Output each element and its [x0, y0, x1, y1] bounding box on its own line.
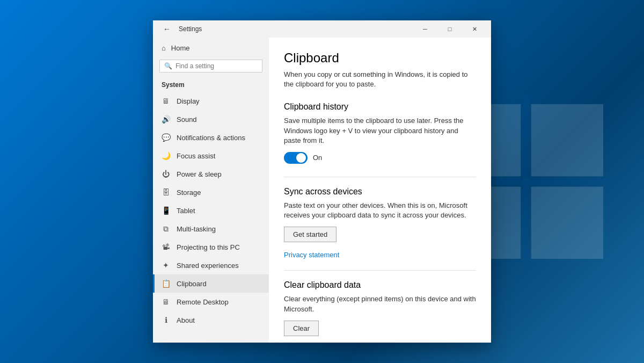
sound-icon: 🔊	[162, 115, 170, 124]
sidebar-item-sound[interactable]: 🔊 Sound	[153, 110, 269, 128]
clear-button[interactable]: Clear	[284, 321, 319, 336]
sidebar-item-about[interactable]: ℹ About	[153, 311, 269, 329]
minimize-button[interactable]: ─	[413, 20, 437, 38]
focus-icon: 🌙	[162, 151, 170, 160]
sidebar-multitasking-label: Multi-tasking	[177, 225, 216, 233]
home-icon: ⌂	[162, 44, 166, 52]
window-controls: ─ □ ✕	[413, 20, 487, 38]
title-bar-left: ← Settings	[159, 21, 202, 37]
search-input[interactable]	[175, 62, 258, 70]
notifications-icon: 💬	[162, 133, 170, 142]
close-button[interactable]: ✕	[462, 20, 487, 38]
sidebar-item-multitasking[interactable]: ⧉ Multi-tasking	[153, 220, 269, 238]
sidebar-item-power[interactable]: ⏻ Power & sleep	[153, 165, 269, 183]
clear-data-title: Clear clipboard data	[284, 280, 476, 290]
sidebar-shared-label: Shared experiences	[177, 262, 239, 270]
sync-devices-desc: Paste text on your other devices. When t…	[284, 201, 476, 220]
sidebar-item-focus[interactable]: 🌙 Focus assist	[153, 147, 269, 165]
clipboard-history-title: Clipboard history	[284, 102, 476, 112]
sidebar-about-label: About	[177, 316, 195, 324]
window-body: ⌂ Home 🔍 System 🖥 Display 🔊 Sound 💬 Noti…	[153, 38, 491, 343]
sidebar-storage-label: Storage	[177, 188, 201, 197]
page-description: When you copy or cut something in Window…	[284, 70, 476, 89]
sidebar-projecting-label: Projecting to this PC	[177, 243, 240, 251]
sidebar-sound-label: Sound	[177, 115, 197, 124]
sidebar-display-label: Display	[177, 97, 200, 105]
sidebar-item-shared[interactable]: ✦ Shared experiences	[153, 256, 269, 274]
svg-rect-3	[531, 187, 603, 259]
sidebar-item-remote[interactable]: 🖥 Remote Desktop	[153, 293, 269, 311]
sidebar-item-projecting[interactable]: 📽 Projecting to this PC	[153, 238, 269, 256]
svg-rect-1	[531, 104, 603, 176]
settings-window: ← Settings ─ □ ✕ ⌂ Home 🔍 System 🖥 Displ…	[153, 20, 491, 343]
clipboard-history-toggle[interactable]	[284, 152, 308, 164]
sidebar-home-item[interactable]: ⌂ Home	[153, 40, 269, 56]
sidebar-item-tablet[interactable]: 📱 Tablet	[153, 201, 269, 220]
sidebar-item-display[interactable]: 🖥 Display	[153, 92, 269, 110]
sidebar-item-storage[interactable]: 🗄 Storage	[153, 183, 269, 201]
storage-icon: 🗄	[162, 188, 170, 197]
sidebar-clipboard-label: Clipboard	[177, 280, 207, 288]
sidebar: ⌂ Home 🔍 System 🖥 Display 🔊 Sound 💬 Noti…	[153, 38, 269, 343]
shared-icon: ✦	[162, 261, 170, 270]
window-title: Settings	[179, 25, 202, 33]
toggle-knob	[296, 153, 306, 163]
sidebar-remote-label: Remote Desktop	[177, 298, 229, 306]
power-icon: ⏻	[162, 170, 170, 178]
tablet-icon: 📱	[162, 206, 170, 215]
sync-devices-title: Sync across devices	[284, 187, 476, 197]
main-content: Clipboard When you copy or cut something…	[269, 38, 491, 343]
privacy-statement-link[interactable]: Privacy statement	[284, 251, 339, 259]
sidebar-home-label: Home	[171, 44, 190, 52]
sidebar-notifications-label: Notifications & actions	[177, 134, 245, 142]
section-divider-2	[284, 270, 476, 271]
about-icon: ℹ	[162, 316, 170, 324]
sidebar-item-clipboard[interactable]: 📋 Clipboard	[153, 274, 269, 293]
clear-data-desc: Clear everything (except pinned items) o…	[284, 294, 476, 314]
clipboard-icon: 📋	[162, 279, 170, 288]
clipboard-history-desc: Save multiple items to the clipboard to …	[284, 116, 476, 146]
back-button[interactable]: ←	[159, 21, 174, 37]
toggle-label: On	[313, 154, 322, 162]
search-icon: 🔍	[164, 62, 172, 70]
page-title: Clipboard	[284, 50, 476, 66]
search-box[interactable]: 🔍	[159, 60, 262, 72]
section-divider-1	[284, 177, 476, 177]
multitasking-icon: ⧉	[162, 224, 170, 233]
title-bar: ← Settings ─ □ ✕	[153, 20, 491, 38]
get-started-button[interactable]: Get started	[284, 227, 336, 242]
sidebar-power-label: Power & sleep	[177, 170, 222, 178]
system-section-label: System	[153, 76, 269, 92]
sidebar-tablet-label: Tablet	[177, 207, 195, 215]
clipboard-history-toggle-row: On	[284, 152, 476, 164]
projecting-icon: 📽	[162, 243, 170, 251]
sidebar-focus-label: Focus assist	[177, 152, 215, 160]
remote-icon: 🖥	[162, 297, 170, 306]
maximize-button[interactable]: □	[437, 20, 462, 38]
display-icon: 🖥	[162, 97, 170, 105]
sidebar-item-notifications[interactable]: 💬 Notifications & actions	[153, 128, 269, 147]
